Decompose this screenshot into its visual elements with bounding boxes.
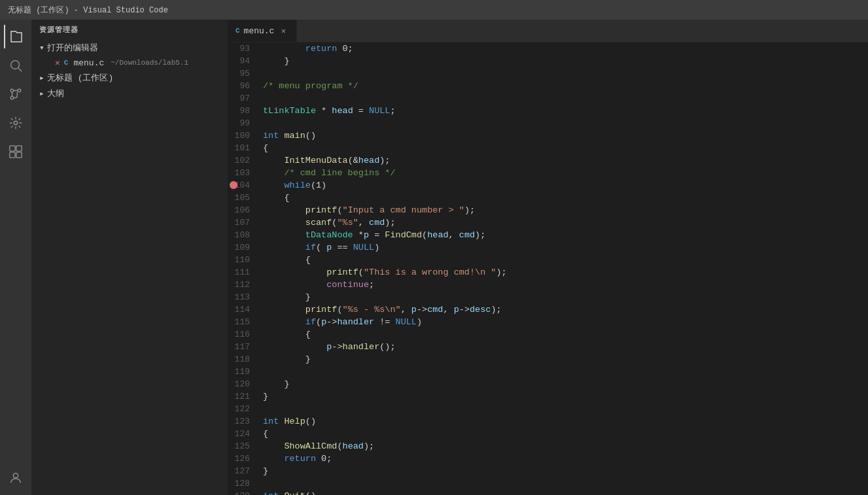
- svg-point-0: [11, 61, 20, 69]
- activity-bar: [0, 20, 31, 495]
- line-number: 93: [228, 43, 260, 55]
- code-line: 95: [228, 67, 868, 80]
- token: (: [337, 441, 342, 451]
- line-number: 110: [228, 254, 260, 266]
- token: printf: [305, 205, 338, 215]
- token: [263, 441, 284, 451]
- code-line: 107 scanf("%s", cmd);: [228, 216, 868, 229]
- line-content: if( p == NULL): [260, 241, 868, 254]
- line-content: int Quit(): [260, 490, 868, 495]
- token: (: [316, 243, 326, 252]
- search-icon[interactable]: [4, 54, 27, 77]
- line-number: 98: [228, 105, 260, 117]
- token: }: [263, 466, 268, 476]
- token: [263, 454, 284, 464]
- token: }: [263, 56, 290, 66]
- token: if: [305, 243, 316, 252]
- token: return: [284, 454, 316, 464]
- token: "Input a cmd number > ": [343, 205, 464, 215]
- modified-dot: ✕: [55, 58, 60, 68]
- tab-close-button[interactable]: ✕: [278, 26, 288, 36]
- sidebar-file-menu-c[interactable]: ✕ C menu.c ~/Downloads/lab5.1: [31, 56, 228, 70]
- token: ->: [417, 305, 427, 315]
- svg-point-5: [14, 121, 18, 125]
- extensions-icon[interactable]: [4, 140, 27, 163]
- token: *: [353, 230, 364, 240]
- line-content: [260, 477, 868, 490]
- tab-file-icon: C: [235, 27, 240, 35]
- code-line: 94 }: [228, 55, 868, 67]
- code-line: 99: [228, 117, 868, 129]
- sidebar-section-open-editors[interactable]: ▾ 打开的编辑器: [31, 40, 228, 56]
- svg-point-3: [18, 89, 21, 92]
- code-line: 123int Help(): [228, 415, 868, 428]
- token: (): [305, 131, 316, 141]
- line-content: }: [260, 378, 868, 390]
- code-line: 119: [228, 366, 868, 378]
- code-line: 103 /* cmd line begins */: [228, 167, 868, 179]
- file-path: ~/Downloads/lab5.1: [111, 59, 188, 67]
- tab-menu-c[interactable]: C menu.c ✕: [228, 20, 297, 42]
- token: );: [496, 267, 506, 277]
- token: /* cmd line begins */: [284, 168, 395, 178]
- line-content: scanf("%s", cmd);: [260, 216, 868, 229]
- code-editor[interactable]: 93 return 0;94 }95 96/* menu program */9…: [228, 43, 868, 495]
- code-line: 93 return 0;: [228, 43, 868, 55]
- files-icon[interactable]: [4, 25, 27, 48]
- code-line: 117 p->handler();: [228, 341, 868, 353]
- line-content: while(1): [260, 179, 868, 192]
- token: handler: [343, 342, 380, 352]
- token: 0;: [337, 44, 353, 54]
- line-content: }: [260, 353, 868, 366]
- token: );: [464, 205, 475, 215]
- line-number: 102: [228, 154, 260, 167]
- line-content: [260, 67, 868, 80]
- line-content: {: [260, 142, 868, 154]
- line-content: [260, 117, 868, 129]
- token: [263, 205, 305, 215]
- line-content: if(p->handler != NULL): [260, 316, 868, 328]
- line-number: 129: [228, 490, 260, 495]
- token: "%s - %s\n": [343, 305, 401, 315]
- sidebar-section-outline[interactable]: ▸ 大纲: [31, 86, 228, 101]
- token: [263, 180, 284, 190]
- line-content: {: [260, 328, 868, 341]
- code-line: 104 while(1): [228, 179, 868, 192]
- code-line: 102 InitMenuData(&head);: [228, 154, 868, 167]
- token: head: [343, 441, 364, 451]
- token: =: [369, 230, 385, 240]
- token: while: [284, 180, 311, 190]
- line-number: 107: [228, 216, 260, 229]
- token: main: [284, 131, 305, 141]
- code-line: 121}: [228, 390, 868, 403]
- open-editors-label: 打开的编辑器: [47, 42, 98, 54]
- token: [263, 317, 305, 327]
- token: ->: [326, 317, 337, 327]
- line-content: /* menu program */: [260, 80, 868, 92]
- token: (: [316, 317, 321, 327]
- source-control-icon[interactable]: [4, 82, 27, 106]
- line-number: 99: [228, 117, 260, 129]
- line-content: /* cmd line begins */: [260, 167, 868, 179]
- code-line: 110 {: [228, 254, 868, 266]
- debug-icon[interactable]: [4, 111, 27, 135]
- token: Quit: [284, 491, 305, 495]
- code-line: 96/* menu program */: [228, 80, 868, 92]
- token: NULL: [396, 317, 417, 327]
- code-line: 125 ShowAllCmd(head);: [228, 440, 868, 452]
- line-number: 128: [228, 477, 260, 490]
- token: [263, 267, 326, 277]
- line-content: }: [260, 55, 868, 67]
- code-line: 120 }: [228, 378, 868, 390]
- file-type-icon: C: [64, 59, 69, 67]
- token: [263, 168, 284, 178]
- token: printf: [326, 267, 358, 277]
- token: /* menu program */: [263, 81, 358, 91]
- token: NULL: [353, 243, 374, 252]
- token: [263, 280, 326, 290]
- line-number: 106: [228, 204, 260, 216]
- line-content: tLinkTable * head = NULL;: [260, 105, 868, 117]
- line-number: 105: [228, 192, 260, 204]
- accounts-icon[interactable]: [4, 466, 27, 490]
- sidebar-section-workspace[interactable]: ▸ 无标题 (工作区): [31, 70, 228, 86]
